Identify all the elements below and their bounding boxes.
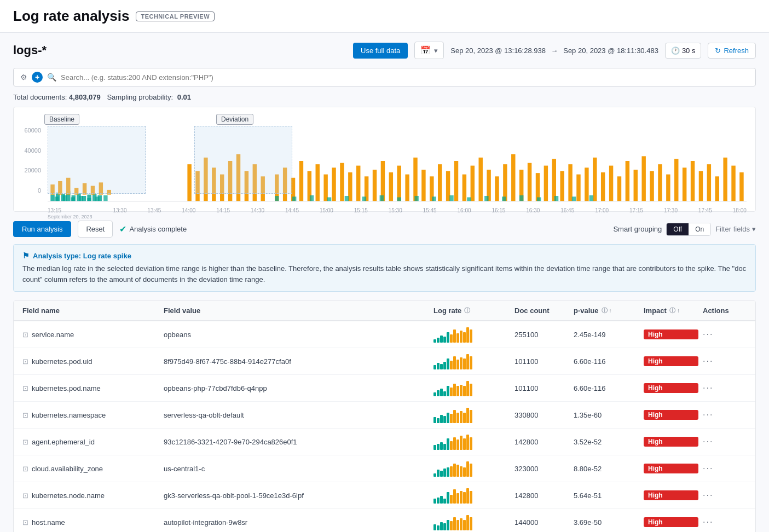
svg-rect-66 [585, 167, 588, 201]
svg-rect-70 [617, 176, 621, 201]
reset-button[interactable]: Reset [78, 221, 113, 238]
calendar-icon: 📅 [420, 45, 431, 55]
svg-rect-82 [715, 176, 719, 201]
field-icon: ⊡ [22, 411, 28, 419]
doc-count: 142800 [514, 491, 569, 500]
toggle-off-button[interactable]: Off [667, 223, 689, 235]
svg-rect-53 [478, 158, 482, 201]
table-row: ⊡ kubernetes.node.name gk3-serverless-qa… [14, 482, 755, 509]
col-doc-count: Doc count [514, 307, 569, 315]
svg-rect-94 [292, 196, 296, 201]
field-icon: ⊡ [22, 491, 28, 500]
x-label: 18:00 [733, 207, 747, 219]
add-filter-button[interactable]: + [32, 72, 43, 83]
run-analysis-button[interactable]: Run analysis [13, 221, 71, 237]
p-value: 5.64e-51 [574, 491, 639, 500]
col-log-rate: Log rate ⓘ [433, 307, 510, 315]
field-name: host.name [32, 518, 65, 527]
actions-menu[interactable]: ··· [703, 329, 747, 339]
field-name-cell: ⊡ kubernetes.pod.uid [22, 357, 159, 366]
svg-rect-77 [674, 159, 678, 201]
field-name: kubernetes.pod.name [32, 384, 101, 392]
x-label: 14:30 [251, 207, 264, 219]
field-icon: ⊡ [22, 518, 28, 527]
x-label: 13:15September 20, 2023 [48, 207, 92, 219]
table-row: ⊡ kubernetes.pod.name opbeans-php-77cbd7… [14, 375, 755, 402]
svg-rect-84 [731, 166, 735, 201]
field-name: service.name [32, 331, 74, 339]
doc-count: 101100 [514, 384, 569, 392]
impact-badge: High [644, 329, 698, 339]
x-label: 16:15 [492, 207, 505, 219]
impact-badge: High [644, 356, 698, 366]
p-value: 8.80e-52 [574, 465, 639, 473]
p-value: 1.35e-60 [574, 411, 639, 419]
analysis-complete: ✔ Analysis complete [119, 224, 187, 234]
svg-rect-71 [626, 161, 629, 201]
svg-rect-74 [650, 171, 654, 201]
svg-rect-57 [511, 154, 515, 201]
doc-count: 255100 [514, 331, 569, 339]
doc-count: 144000 [514, 518, 569, 527]
x-label: 17:30 [664, 207, 678, 219]
svg-rect-96 [327, 197, 331, 201]
analysis-info: ⚑ Analysis type: Log rate spike The medi… [13, 244, 756, 292]
analysis-bar: Run analysis Reset ✔ Analysis complete S… [13, 221, 756, 238]
field-name-cell: ⊡ kubernetes.pod.name [22, 384, 159, 392]
field-name-cell: ⊡ host.name [22, 518, 159, 527]
actions-menu[interactable]: ··· [703, 383, 747, 393]
svg-rect-83 [723, 158, 727, 201]
refresh-button[interactable]: ↻ Refresh [708, 43, 756, 59]
actions-menu[interactable]: ··· [703, 517, 747, 527]
doc-count: 101100 [514, 357, 569, 366]
actions-menu[interactable]: ··· [703, 437, 747, 447]
svg-rect-81 [707, 164, 711, 201]
x-label: 14:00 [182, 207, 195, 219]
chevron-down-icon: ▾ [752, 225, 756, 233]
log-rate-info-icon: ⓘ [464, 307, 470, 315]
actions-menu[interactable]: ··· [703, 356, 747, 366]
svg-rect-91 [95, 196, 99, 201]
deviation-label: Deviation [216, 114, 253, 125]
svg-rect-98 [362, 196, 366, 201]
y-label-0: 0 [38, 187, 41, 194]
svg-rect-103 [449, 195, 453, 201]
filter-fields-button[interactable]: Filter fields ▾ [715, 225, 756, 233]
svg-rect-56 [503, 164, 507, 201]
svg-rect-104 [467, 197, 471, 201]
date-picker[interactable]: 📅 ▾ [414, 42, 444, 59]
svg-rect-61 [544, 166, 548, 201]
svg-rect-101 [414, 196, 418, 201]
use-full-data-button[interactable]: Use full data [353, 43, 408, 59]
toggle-on-button[interactable]: On [689, 223, 710, 235]
svg-rect-73 [641, 156, 645, 201]
p-value: 2.45e-149 [574, 331, 639, 339]
svg-rect-78 [683, 167, 686, 201]
refresh-interval[interactable]: 🕐 30 s [665, 43, 702, 59]
field-name-cell: ⊡ service.name [22, 331, 159, 339]
search-icon: 🔍 [47, 73, 56, 82]
index-bar: logs-* Use full data 📅 ▾ Sep 20, 2023 @ … [13, 42, 756, 59]
search-input[interactable] [61, 73, 749, 82]
svg-rect-31 [299, 161, 303, 201]
field-icon: ⊡ [22, 465, 28, 473]
actions-menu[interactable]: ··· [703, 464, 747, 473]
impact-badge: High [644, 437, 698, 447]
svg-rect-72 [634, 170, 638, 201]
mini-chart [433, 407, 510, 423]
actions-menu[interactable]: ··· [703, 410, 747, 420]
impact-badge: High [644, 517, 698, 527]
actions-menu[interactable]: ··· [703, 490, 747, 500]
field-name: kubernetes.namespace [32, 411, 106, 419]
field-value: 93c12186-3321-4207-9e70-294ca826e0f1 [164, 438, 429, 446]
impact-sort-icon: ↑ [677, 308, 680, 314]
p-value: 3.52e-52 [574, 438, 639, 446]
field-name: cloud.availability_zone [32, 465, 103, 473]
check-icon: ✔ [119, 224, 126, 234]
col-actions: Actions [703, 307, 747, 315]
x-label: 16:30 [526, 207, 540, 219]
field-value: opbeans-php-77cbd7fdb6-q4npp [164, 384, 429, 392]
filter-icon: ⚙ [20, 73, 27, 82]
table-body: ⊡ service.name opbeans 255100 2.45e-149 … [14, 321, 755, 532]
impact-badge: High [644, 383, 698, 393]
